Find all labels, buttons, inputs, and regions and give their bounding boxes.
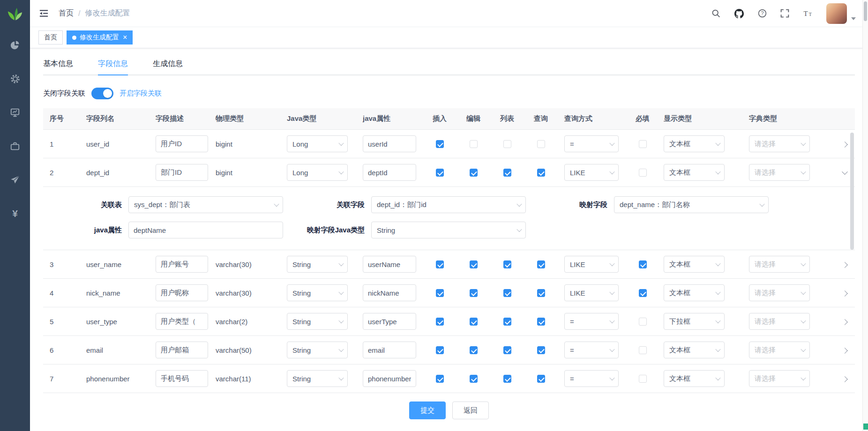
query-checkbox[interactable]: [537, 169, 545, 177]
insert-checkbox[interactable]: [436, 346, 444, 354]
help-icon[interactable]: ?: [757, 8, 767, 18]
mapping-java-type-select[interactable]: String: [371, 222, 526, 238]
column-comment-input[interactable]: [156, 135, 208, 152]
html-type-select[interactable]: 文本框: [664, 284, 725, 301]
submit-button[interactable]: 提交: [409, 401, 446, 419]
java-type-select[interactable]: String: [287, 284, 348, 301]
column-comment-input[interactable]: [156, 370, 208, 387]
required-checkbox[interactable]: [639, 318, 647, 326]
java-field-input[interactable]: [363, 370, 416, 387]
github-icon[interactable]: [733, 8, 745, 19]
query-checkbox[interactable]: [537, 289, 545, 297]
query-type-select[interactable]: =: [564, 370, 619, 387]
page-scrollbar[interactable]: [862, 0, 868, 431]
breadcrumb-home[interactable]: 首页: [59, 8, 74, 18]
java-type-select[interactable]: Long: [287, 164, 348, 181]
sidebar-item-tool[interactable]: [9, 140, 21, 152]
back-button[interactable]: 返回: [452, 401, 489, 419]
html-type-select[interactable]: 文本框: [664, 135, 725, 152]
relation-switch[interactable]: [91, 88, 113, 99]
list-checkbox[interactable]: [503, 140, 511, 148]
column-comment-input[interactable]: [156, 284, 208, 301]
edit-checkbox[interactable]: [470, 318, 478, 326]
relation-table-select[interactable]: sys_dept：部门表: [128, 196, 283, 213]
required-checkbox[interactable]: [639, 346, 647, 354]
java-field-input[interactable]: [363, 164, 416, 181]
relation-java-field-input[interactable]: [128, 222, 283, 238]
java-type-select[interactable]: String: [287, 256, 348, 273]
query-checkbox[interactable]: [537, 346, 545, 354]
html-type-select[interactable]: 文本框: [664, 256, 725, 273]
query-type-select[interactable]: =: [564, 342, 619, 358]
java-field-input[interactable]: [363, 313, 416, 330]
insert-checkbox[interactable]: [436, 260, 444, 268]
required-checkbox[interactable]: [639, 260, 647, 268]
required-checkbox[interactable]: [639, 140, 647, 148]
sidebar-item-system[interactable]: [9, 73, 21, 85]
html-type-select[interactable]: 文本框: [664, 370, 725, 387]
tab-basic-info[interactable]: 基本信息: [43, 54, 73, 74]
insert-checkbox[interactable]: [436, 375, 444, 383]
dict-type-select[interactable]: 请选择: [749, 256, 810, 273]
java-field-input[interactable]: [363, 256, 416, 273]
expand-row-icon[interactable]: [842, 262, 848, 268]
list-checkbox[interactable]: [503, 346, 511, 354]
tag-current[interactable]: 修改生成配置 ×: [67, 30, 133, 45]
tab-generate-info[interactable]: 生成信息: [153, 54, 183, 74]
java-field-input[interactable]: [363, 135, 416, 152]
mapping-field-select[interactable]: dept_name：部门名称: [614, 196, 769, 213]
java-type-select[interactable]: Long: [287, 135, 348, 152]
dict-type-select[interactable]: 请选择: [749, 342, 810, 358]
column-comment-input[interactable]: [156, 313, 208, 330]
list-checkbox[interactable]: [503, 260, 511, 268]
insert-checkbox[interactable]: [436, 140, 444, 148]
column-comment-input[interactable]: [156, 342, 208, 358]
expand-row-icon[interactable]: [842, 141, 848, 148]
java-field-input[interactable]: [363, 284, 416, 301]
insert-checkbox[interactable]: [436, 318, 444, 326]
tag-home[interactable]: 首页: [38, 30, 63, 45]
dict-type-select[interactable]: 请选择: [749, 164, 810, 181]
sidebar-item-dashboard[interactable]: [9, 39, 21, 51]
edit-checkbox[interactable]: [470, 346, 478, 354]
required-checkbox[interactable]: [639, 289, 647, 297]
sidebar-item-guide[interactable]: [9, 174, 21, 186]
insert-checkbox[interactable]: [436, 169, 444, 177]
query-type-select[interactable]: =: [564, 313, 619, 330]
query-checkbox[interactable]: [537, 140, 545, 148]
html-type-select[interactable]: 文本框: [664, 342, 725, 358]
table-scrollbar-thumb[interactable]: [850, 133, 854, 250]
tag-close-icon[interactable]: ×: [123, 34, 127, 41]
edit-checkbox[interactable]: [470, 169, 478, 177]
sidebar-collapse-icon[interactable]: [38, 8, 49, 19]
avatar[interactable]: [826, 3, 847, 24]
query-type-select[interactable]: LIKE: [564, 284, 619, 301]
java-type-select[interactable]: String: [287, 370, 348, 387]
query-checkbox[interactable]: [537, 260, 545, 268]
column-comment-input[interactable]: [156, 256, 208, 273]
list-checkbox[interactable]: [503, 289, 511, 297]
edit-checkbox[interactable]: [470, 375, 478, 383]
list-checkbox[interactable]: [503, 375, 511, 383]
user-menu[interactable]: [826, 3, 856, 24]
dict-type-select[interactable]: 请选择: [749, 313, 810, 330]
search-icon[interactable]: [711, 8, 721, 18]
insert-checkbox[interactable]: [436, 289, 444, 297]
edit-checkbox[interactable]: [470, 140, 478, 148]
tab-field-info[interactable]: 字段信息: [98, 54, 128, 74]
relation-on-label[interactable]: 开启字段关联: [120, 89, 162, 98]
java-type-select[interactable]: String: [287, 313, 348, 330]
expand-row-icon[interactable]: [842, 348, 848, 354]
query-type-select[interactable]: LIKE: [564, 164, 619, 181]
query-checkbox[interactable]: [537, 375, 545, 383]
dict-type-select[interactable]: 请选择: [749, 135, 810, 152]
html-type-select[interactable]: 下拉框: [664, 313, 725, 330]
expand-row-icon[interactable]: [842, 376, 848, 382]
java-field-input[interactable]: [363, 342, 416, 358]
column-comment-input[interactable]: [156, 164, 208, 181]
sidebar-item-pay[interactable]: ¥: [9, 208, 21, 220]
edit-checkbox[interactable]: [470, 289, 478, 297]
dict-type-select[interactable]: 请选择: [749, 284, 810, 301]
query-type-select[interactable]: =: [564, 135, 619, 152]
app-logo[interactable]: [7, 6, 23, 23]
